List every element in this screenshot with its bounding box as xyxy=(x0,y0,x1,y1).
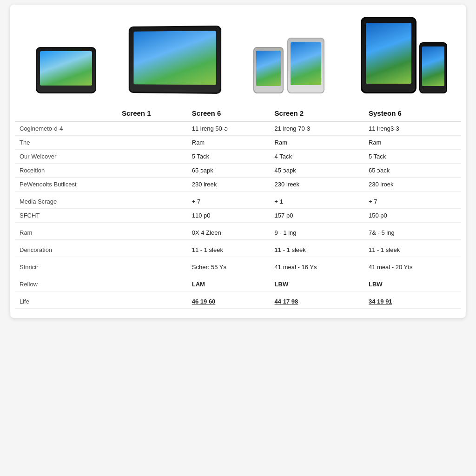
row-screen1-value xyxy=(117,150,187,164)
row-screen2-value: 44 17 98 xyxy=(270,291,364,309)
row-systeon6-value: LBW xyxy=(364,274,461,291)
comparison-table: Screen 1 Screen 6 Screen 2 Systeon 6 Cog… xyxy=(15,105,461,309)
table-row: SFCHT110 p0157 p0150 p0 xyxy=(15,209,461,223)
col-header-screen2: Screen 2 xyxy=(270,105,364,121)
table-row: PeWenoolts Butiicest230 lreek230 lreek23… xyxy=(15,178,461,192)
row-screen2-value: LBW xyxy=(270,274,364,291)
row-label: Ram xyxy=(15,223,117,240)
table-row: Media Scrage+ 7+ 1+ 7 xyxy=(15,192,461,209)
table-row: TheRamRamRam xyxy=(15,136,461,150)
row-screen1-value xyxy=(117,257,187,274)
table-row: Ram0X 4 Zleen9 - 1 lng7& - 5 lng xyxy=(15,223,461,240)
col-header-screen1: Screen 1 xyxy=(117,105,187,121)
row-screen1-value xyxy=(117,223,187,240)
row-screen6-value: Ram xyxy=(187,136,270,150)
col-header-screen6: Screen 6 xyxy=(187,105,270,121)
row-label: Stnricir xyxy=(15,257,117,274)
tablet-screen2-front xyxy=(287,38,324,93)
table-header-row: Screen 1 Screen 6 Screen 2 Systeon 6 xyxy=(15,105,461,121)
row-screen6-value: LAM xyxy=(187,274,270,291)
comparison-card: Screen 1 Screen 6 Screen 2 Systeon 6 Cog… xyxy=(10,5,466,318)
row-systeon6-value: Ram xyxy=(364,136,461,150)
row-screen1-value xyxy=(117,121,187,136)
row-systeon6-value: + 7 xyxy=(364,192,461,209)
row-systeon6-value: 11 lreng3-3 xyxy=(364,121,461,136)
row-screen2-value: 11 - 1 sleek xyxy=(270,240,364,257)
table-row: Our Welcover5 Tack4 Tack5 Tack xyxy=(15,150,461,164)
tablet-screen1 xyxy=(36,47,96,93)
row-screen2-value: 45 ɔapk xyxy=(270,164,364,178)
tablet-systeon6-main xyxy=(361,17,416,93)
row-screen2-value: 4 Tack xyxy=(270,150,364,164)
row-screen1-value xyxy=(117,209,187,223)
device-image-screen6 xyxy=(117,23,232,96)
tablet-systeon6-side-display xyxy=(422,46,444,86)
table-row: Coginemeto-d-411 lreng 50-ə21 lreng 70-3… xyxy=(15,121,461,136)
row-screen2-value: 21 lreng 70-3 xyxy=(270,121,364,136)
tablet-screen6-display xyxy=(134,31,216,85)
table-row: Roceition65 ɔapk45 ɔapk65 ɔack xyxy=(15,164,461,178)
tablet-systeon6-side xyxy=(419,42,447,93)
tablet-screen2-wrap xyxy=(253,38,324,93)
row-screen6-value: 0X 4 Zleen xyxy=(187,223,270,240)
row-label: Life xyxy=(15,291,117,309)
row-systeon6-value: 11 - 1 sleek xyxy=(364,240,461,257)
row-screen2-value: 9 - 1 lng xyxy=(270,223,364,240)
row-screen2-value: + 1 xyxy=(270,192,364,209)
tablet-screen2-back xyxy=(253,47,284,93)
table-row: Dencoration11 - 1 sleek11 - 1 sleek11 - … xyxy=(15,240,461,257)
row-screen2-value: 157 p0 xyxy=(270,209,364,223)
row-systeon6-value: 34 19 91 xyxy=(364,291,461,309)
row-screen6-value: Scher: 55 Ys xyxy=(187,257,270,274)
row-screen2-value: 41 meal - 16 Ys xyxy=(270,257,364,274)
tablet-screen1-display xyxy=(40,51,92,86)
row-screen6-value: 11 - 1 sleek xyxy=(187,240,270,257)
row-systeon6-value: 5 Tack xyxy=(364,150,461,164)
row-systeon6-value: 150 p0 xyxy=(364,209,461,223)
row-label: SFCHT xyxy=(15,209,117,223)
row-label: Our Welcover xyxy=(15,150,117,164)
row-screen2-value: Ram xyxy=(270,136,364,150)
devices-images-row xyxy=(15,14,461,96)
row-screen1-value xyxy=(117,291,187,309)
row-screen1-value xyxy=(117,192,187,209)
row-screen6-value: 46 19 60 xyxy=(187,291,270,309)
row-systeon6-value: 7& - 5 lng xyxy=(364,223,461,240)
row-screen2-value: 230 lreek xyxy=(270,178,364,192)
row-systeon6-value: 230 lroek xyxy=(364,178,461,192)
row-label: Media Scrage xyxy=(15,192,117,209)
row-screen1-value xyxy=(117,164,187,178)
table-row: RellowLAMLBWLBW xyxy=(15,274,461,291)
row-screen1-value xyxy=(117,274,187,291)
row-screen6-value: 110 p0 xyxy=(187,209,270,223)
row-label: Dencoration xyxy=(15,240,117,257)
device-image-systeon6 xyxy=(346,14,461,96)
table-row: Life46 19 6044 17 9834 19 91 xyxy=(15,291,461,309)
row-screen1-value xyxy=(117,178,187,192)
row-screen6-value: + 7 xyxy=(187,192,270,209)
row-screen6-value: 230 lreek xyxy=(187,178,270,192)
table-row: StnricirScher: 55 Ys41 meal - 16 Ys41 me… xyxy=(15,257,461,274)
row-screen1-value xyxy=(117,240,187,257)
row-screen6-value: 11 lreng 50-ə xyxy=(187,121,270,136)
row-systeon6-value: 65 ɔack xyxy=(364,164,461,178)
col-header-label xyxy=(15,105,117,121)
row-systeon6-value: 41 meal - 20 Yts xyxy=(364,257,461,274)
row-label: Roceition xyxy=(15,164,117,178)
row-label: Coginemeto-d-4 xyxy=(15,121,117,136)
tablet-screen2-back-display xyxy=(256,51,281,86)
row-screen6-value: 65 ɔapk xyxy=(187,164,270,178)
device-image-screen2 xyxy=(232,35,347,96)
tablet-systeon6-wrap xyxy=(361,17,447,93)
row-label: The xyxy=(15,136,117,150)
tablet-screen2-front-display xyxy=(291,42,321,85)
tablet-screen6 xyxy=(129,26,221,94)
col-header-systeon6: Systeon 6 xyxy=(364,105,461,121)
row-screen6-value: 5 Tack xyxy=(187,150,270,164)
row-label: Rellow xyxy=(15,274,117,291)
row-label: PeWenoolts Butiicest xyxy=(15,178,117,192)
row-screen1-value xyxy=(117,136,187,150)
device-image-screen1 xyxy=(15,44,117,96)
tablet-systeon6-main-display xyxy=(366,23,411,84)
